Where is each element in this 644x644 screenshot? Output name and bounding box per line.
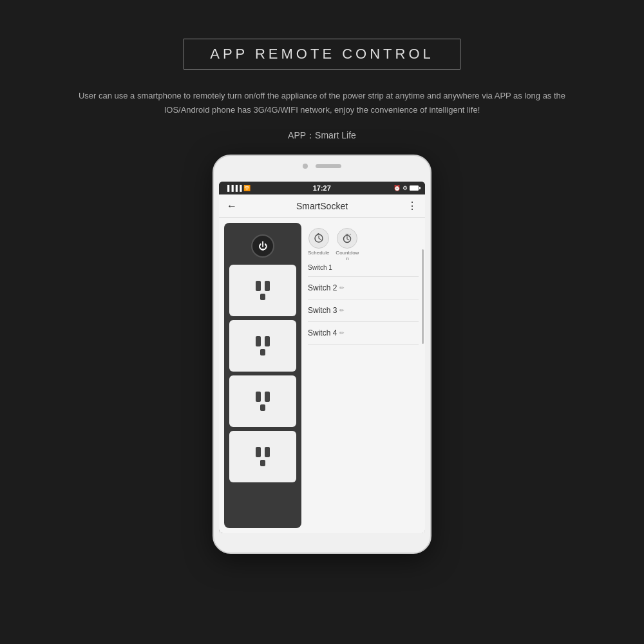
more-menu-button[interactable]: ⋮	[407, 200, 417, 212]
outlet-top-slots	[256, 281, 270, 291]
switch-2-row[interactable]: Switch 2 ✏	[308, 277, 419, 299]
phone-mockup: ▐▐▐▐ 🛜 17:27 ⏰ ⚙ ← SmartSocket ⋮	[213, 155, 431, 554]
switch-2-label: Switch 2 ✏	[308, 283, 345, 292]
outlet-2-top-slots	[256, 336, 270, 346]
slot-right	[265, 281, 270, 291]
title-box: APP REMOTE CONTROL	[184, 39, 460, 70]
slot-left-3	[256, 392, 261, 402]
signal-dots-icon: ⚙	[402, 185, 408, 191]
back-button[interactable]: ←	[227, 200, 237, 212]
status-icons: ⏰ ⚙	[393, 185, 419, 191]
switch-1-name: Switch 1	[308, 264, 419, 271]
battery-icon	[410, 185, 419, 191]
app-content: ⏻	[219, 218, 425, 533]
slot-left-4	[256, 447, 261, 457]
signal-icon: ▐▐▐▐	[225, 185, 242, 191]
description-text: User can use a smartphone to remotely tu…	[58, 89, 586, 117]
switch-3-label: Switch 3 ✏	[308, 306, 345, 315]
app-header: ← SmartSocket ⋮	[219, 194, 425, 218]
switch-3-row[interactable]: Switch 3 ✏	[308, 299, 419, 322]
schedule-item[interactable]: Schedule	[308, 228, 329, 261]
scrollbar[interactable]	[422, 249, 424, 344]
status-time: 17:27	[313, 184, 331, 192]
switch-4-edit-icon: ✏	[339, 330, 345, 336]
switch-1-icons: Schedule	[308, 228, 419, 261]
power-button[interactable]: ⏻	[251, 234, 274, 258]
slot-right-3	[265, 392, 270, 402]
schedule-label: Schedule	[308, 250, 329, 256]
outlet-1-slots	[256, 281, 270, 300]
plugs-panel: ⏻	[224, 223, 301, 528]
status-signal: ▐▐▐▐ 🛜	[225, 185, 251, 191]
outlet-2-slots	[256, 336, 270, 355]
slot-right-2	[265, 336, 270, 346]
phone-camera	[303, 164, 308, 169]
switch-4-row[interactable]: Switch 4 ✏	[308, 322, 419, 345]
slot-bottom-2	[260, 349, 265, 355]
phone-screen: ▐▐▐▐ 🛜 17:27 ⏰ ⚙ ← SmartSocket ⋮	[219, 182, 425, 533]
phone-speaker	[316, 164, 341, 168]
app-label: APP：Smart Life	[288, 130, 356, 142]
countdown-icon	[337, 228, 357, 249]
slot-right-4	[265, 447, 270, 457]
power-button-container: ⏻	[229, 228, 296, 263]
outlet-2	[229, 320, 296, 372]
switch-4-label: Switch 4 ✏	[308, 328, 345, 337]
page-container: APP REMOTE CONTROL User can use a smartp…	[0, 0, 644, 644]
slot-bottom-4	[260, 460, 265, 466]
switch-3-edit-icon: ✏	[339, 307, 345, 314]
outlet-4-top-slots	[256, 447, 270, 457]
page-title: APP REMOTE CONTROL	[210, 46, 434, 62]
switches-panel: Schedule	[301, 218, 425, 533]
schedule-icon	[308, 228, 329, 249]
wifi-icon: 🛜	[243, 185, 251, 191]
countdown-label: Countdow n	[336, 250, 359, 261]
outlet-4	[229, 431, 296, 482]
switch-1-row: Schedule	[308, 223, 419, 277]
outlet-3-slots	[256, 392, 270, 411]
slot-left-2	[256, 336, 261, 346]
phone-top-bar	[303, 164, 341, 169]
outlet-3-top-slots	[256, 392, 270, 402]
power-icon: ⏻	[258, 241, 267, 251]
slot-bottom	[260, 294, 265, 300]
status-bar: ▐▐▐▐ 🛜 17:27 ⏰ ⚙	[219, 182, 425, 194]
outlet-4-slots	[256, 447, 270, 466]
switch-1-label: Switch 1	[308, 264, 332, 271]
switch-2-edit-icon: ✏	[339, 285, 345, 291]
slot-left	[256, 281, 261, 291]
alarm-icon: ⏰	[393, 185, 401, 191]
slot-bottom-3	[260, 404, 265, 411]
app-screen-title: SmartSocket	[296, 201, 348, 211]
outlet-1	[229, 265, 296, 316]
outlet-3	[229, 375, 296, 427]
countdown-item[interactable]: Countdow n	[336, 228, 359, 261]
